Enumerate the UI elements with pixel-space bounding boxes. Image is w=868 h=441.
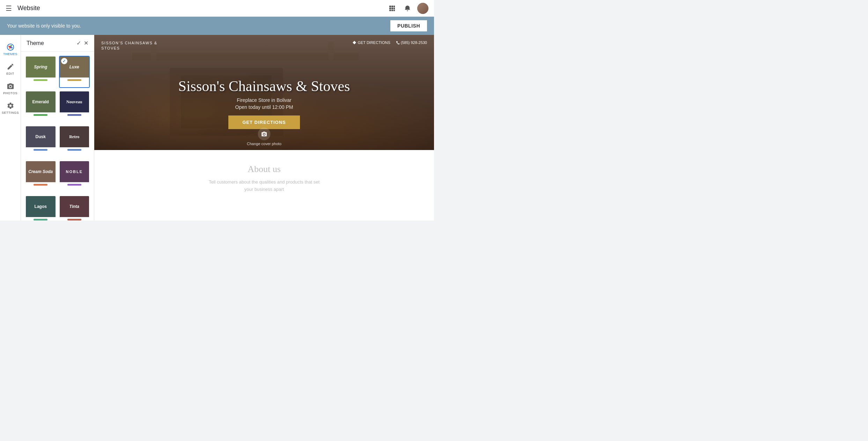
sidebar-settings-label: SETTINGS [2, 111, 19, 114]
theme-card-nouveau[interactable]: Nouveau [59, 91, 90, 123]
theme-card-retro[interactable]: Retro [59, 126, 90, 158]
sidebar-edit-label: EDIT [6, 72, 14, 75]
main-layout: THEMES EDIT PHOTOS SETTINGS Theme ✓ [0, 35, 434, 221]
cover-section: SISSON'S CHAINSAWS & STOVES GET DIRECTIO… [94, 35, 434, 150]
sidebar-photos-label: PHOTOS [3, 91, 17, 95]
svg-rect-7 [391, 10, 393, 11]
publish-bar-message: Your website is only visible to you. [7, 23, 81, 29]
theme-card-emerald[interactable]: Emerald [25, 91, 56, 123]
theme-card-spring[interactable]: Spring [25, 56, 56, 88]
theme-grid: Spring ✓ Luxe Emerald [21, 52, 94, 221]
theme-card-lagos[interactable]: Lagos [25, 195, 56, 221]
theme-card-tinta[interactable]: Tinta [59, 195, 90, 221]
cover-nav-phone[interactable]: (585) 928-2530 [396, 40, 427, 45]
cover-subtitle: Fireplace Store in Bolivar [94, 97, 434, 103]
theme-emerald-name: Emerald [32, 99, 49, 104]
sidebar-item-photos[interactable]: PHOTOS [0, 80, 21, 98]
cover-nav-directions[interactable]: GET DIRECTIONS [353, 40, 390, 45]
topbar-icons [387, 3, 428, 14]
publish-button[interactable]: PUBLISH [390, 20, 427, 31]
theme-panel-actions: ✓ ✕ [76, 40, 88, 46]
cover-nav-phone-label: (585) 928-2530 [401, 40, 427, 45]
theme-dusk-name: Dusk [36, 134, 46, 139]
cover-content: Sisson's Chainsaws & Stoves Fireplace St… [94, 78, 434, 129]
theme-panel-title: Theme [27, 40, 44, 46]
cover-nav-directions-label: GET DIRECTIONS [358, 40, 390, 45]
sidebar-themes-label: THEMES [3, 52, 17, 56]
app-title: Website [17, 5, 40, 12]
svg-rect-2 [393, 6, 395, 7]
theme-cream-soda-name: Cream Soda [28, 169, 53, 174]
theme-confirm-button[interactable]: ✓ [76, 40, 81, 46]
theme-tinta-name: Tinta [69, 204, 79, 209]
cover-main-title: Sisson's Chainsaws & Stoves [94, 78, 434, 95]
svg-rect-6 [389, 10, 391, 11]
apps-icon[interactable] [387, 3, 398, 14]
svg-rect-1 [391, 6, 393, 7]
svg-rect-3 [389, 8, 391, 9]
user-avatar[interactable] [417, 3, 428, 14]
theme-card-cream-soda[interactable]: Cream Soda [25, 160, 56, 193]
theme-luxe-name: Luxe [69, 65, 79, 69]
cover-header: SISSON'S CHAINSAWS & STOVES GET DIRECTIO… [94, 40, 434, 51]
bell-icon[interactable] [402, 3, 413, 14]
about-section: About us Tell customers about the qualit… [94, 150, 434, 207]
theme-card-noble[interactable]: NOBLE [59, 160, 90, 193]
theme-close-button[interactable]: ✕ [84, 40, 88, 46]
about-text: Tell customers about the qualities and p… [101, 179, 427, 193]
sidebar-item-themes[interactable]: THEMES [0, 40, 21, 59]
change-cover-photo-button[interactable]: Change cover photo [247, 128, 281, 146]
theme-card-dusk[interactable]: Dusk [25, 126, 56, 158]
theme-panel: Theme ✓ ✕ Spring ✓ Luxe [21, 35, 94, 221]
cover-business-name-top: SISSON'S CHAINSAWS & STOVES [101, 40, 157, 51]
svg-rect-5 [393, 8, 395, 9]
cover-get-directions-button[interactable]: GET DIRECTIONS [228, 115, 300, 129]
hamburger-icon[interactable]: ☰ [6, 4, 12, 13]
sidebar-item-edit[interactable]: EDIT [0, 60, 21, 78]
website-preview: SISSON'S CHAINSAWS & STOVES GET DIRECTIO… [94, 35, 434, 221]
cover-nav: GET DIRECTIONS (585) 928-2530 [353, 40, 427, 45]
topbar: ☰ Website [0, 0, 434, 17]
svg-rect-0 [389, 6, 391, 7]
theme-card-luxe[interactable]: ✓ Luxe [59, 56, 90, 88]
publish-bar: Your website is only visible to you. PUB… [0, 17, 434, 35]
theme-spring-name: Spring [34, 65, 47, 69]
theme-noble-name: NOBLE [66, 170, 83, 174]
sidebar-item-settings[interactable]: SETTINGS [0, 99, 21, 117]
svg-marker-21 [353, 41, 356, 44]
svg-point-14 [9, 46, 11, 48]
theme-retro-name: Retro [69, 134, 79, 140]
svg-rect-4 [391, 8, 393, 9]
cover-hours: Open today until 12:00 PM [94, 104, 434, 110]
theme-panel-header: Theme ✓ ✕ [21, 35, 94, 52]
theme-selected-check: ✓ [61, 58, 67, 64]
theme-nouveau-name: Nouveau [66, 99, 82, 105]
about-title: About us [101, 164, 427, 174]
sidebar: THEMES EDIT PHOTOS SETTINGS [0, 35, 21, 221]
svg-rect-8 [393, 10, 395, 11]
change-cover-photo-label: Change cover photo [247, 142, 281, 146]
camera-icon [258, 128, 270, 140]
theme-lagos-name: Lagos [35, 204, 47, 209]
